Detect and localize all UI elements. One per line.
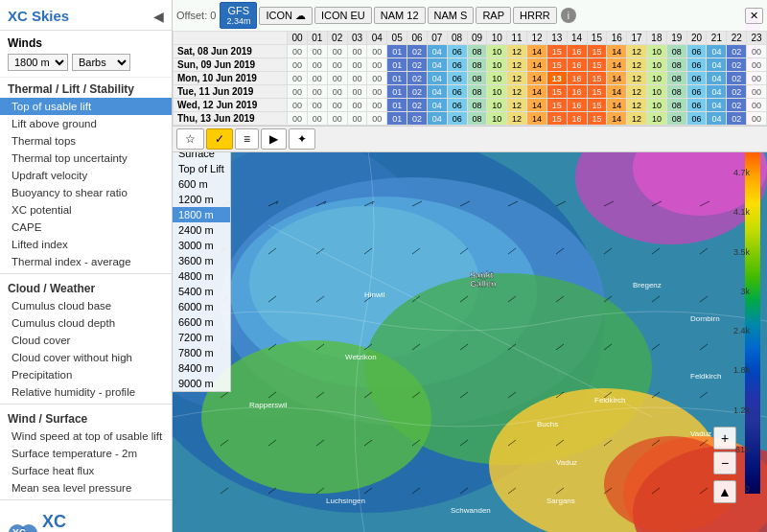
winds-altitude-select[interactable]: 1800 m 600 m 1200 m 2400 m 3000 m xyxy=(8,54,68,71)
hour-cell[interactable]: 14 xyxy=(607,99,627,112)
hour-cell[interactable]: 12 xyxy=(507,112,527,126)
hour-cell[interactable]: 14 xyxy=(527,112,547,126)
hour-cell[interactable]: 00 xyxy=(347,112,367,126)
sidebar-menu-item[interactable]: Relative humidity - profile xyxy=(0,383,172,401)
close-button[interactable]: ✕ xyxy=(745,8,763,24)
altitude-item[interactable]: 8400 m xyxy=(173,360,230,376)
hour-cell[interactable]: 14 xyxy=(527,85,547,99)
hour-cell[interactable]: 02 xyxy=(727,112,747,126)
hour-cell[interactable]: 15 xyxy=(587,112,607,126)
zoom-out-button[interactable]: − xyxy=(713,451,736,474)
hour-cell[interactable]: 10 xyxy=(487,112,507,126)
hour-cell[interactable]: 04 xyxy=(427,85,447,99)
sidebar-menu-item[interactable]: Cumulus cloud base xyxy=(0,297,172,314)
hour-cell[interactable]: 00 xyxy=(307,112,327,126)
sidebar-menu-item[interactable]: Surface heat flux xyxy=(0,462,172,479)
sidebar-menu-item[interactable]: Buoyancy to shear ratio xyxy=(0,184,172,201)
hour-cell[interactable]: 10 xyxy=(647,99,667,112)
hour-cell[interactable]: 06 xyxy=(447,45,467,58)
hour-cell[interactable]: 08 xyxy=(467,112,487,126)
hour-cell[interactable]: 00 xyxy=(747,58,767,72)
hour-cell[interactable]: 02 xyxy=(407,85,428,99)
hour-cell[interactable]: 00 xyxy=(327,85,347,99)
info-button[interactable]: i xyxy=(561,8,576,23)
hour-cell[interactable]: 00 xyxy=(367,45,387,58)
hour-cell[interactable]: 00 xyxy=(747,112,767,126)
hour-cell[interactable]: 12 xyxy=(507,85,527,99)
hour-cell[interactable]: 14 xyxy=(607,72,627,85)
hour-cell[interactable]: 04 xyxy=(427,112,447,126)
hour-cell[interactable]: 01 xyxy=(387,112,407,126)
hour-cell[interactable]: 02 xyxy=(727,72,747,85)
hour-cell[interactable]: 01 xyxy=(387,45,407,58)
altitude-item[interactable]: 2400 m xyxy=(173,222,230,238)
hour-cell[interactable]: 02 xyxy=(407,72,428,85)
altitude-item[interactable]: 7200 m xyxy=(173,330,230,345)
hour-cell[interactable]: 12 xyxy=(627,45,647,58)
altitude-item[interactable]: 7800 m xyxy=(173,345,230,360)
hour-cell[interactable]: 00 xyxy=(347,45,367,58)
hour-cell[interactable]: 01 xyxy=(387,99,407,112)
hour-cell[interactable]: 01 xyxy=(387,85,407,99)
hour-cell[interactable]: 00 xyxy=(347,58,367,72)
model-button[interactable]: NAM S xyxy=(428,7,475,24)
hour-cell[interactable]: 04 xyxy=(427,45,447,58)
hour-cell[interactable]: 16 xyxy=(567,72,587,85)
sidebar-collapse-button[interactable]: ◀ xyxy=(153,9,164,24)
model-button[interactable]: ICON ☁ xyxy=(259,7,313,25)
hour-cell[interactable]: 15 xyxy=(587,85,607,99)
hour-cell[interactable]: 00 xyxy=(288,72,308,85)
hour-cell[interactable]: 08 xyxy=(666,72,686,85)
hour-cell[interactable]: 06 xyxy=(447,58,467,72)
sidebar-menu-item[interactable]: Mean sea level pressure xyxy=(0,479,172,497)
date-table[interactable]: 0001020304050607080910111213141516171819… xyxy=(173,31,767,126)
sidebar-menu-item[interactable]: Surface temperature - 2m xyxy=(0,445,172,462)
hour-cell[interactable]: 02 xyxy=(727,99,747,112)
hour-cell[interactable]: 15 xyxy=(546,45,567,58)
hour-cell[interactable]: 00 xyxy=(347,72,367,85)
hour-cell[interactable]: 15 xyxy=(587,58,607,72)
hour-cell[interactable]: 06 xyxy=(686,99,707,112)
hour-cell[interactable]: 06 xyxy=(686,112,707,126)
hour-cell[interactable]: 08 xyxy=(666,45,686,58)
model-button[interactable]: RAP xyxy=(476,7,511,24)
hour-cell[interactable]: 00 xyxy=(288,99,308,112)
hour-cell[interactable]: 14 xyxy=(527,72,547,85)
altitude-item[interactable]: Top of Lift xyxy=(173,161,230,176)
hour-cell[interactable]: 14 xyxy=(527,99,547,112)
hour-cell[interactable]: 04 xyxy=(707,58,727,72)
hour-cell[interactable]: 08 xyxy=(467,72,487,85)
hour-cell[interactable]: 08 xyxy=(467,45,487,58)
hour-cell[interactable]: 00 xyxy=(327,72,347,85)
hour-cell[interactable]: 00 xyxy=(747,85,767,99)
hour-cell[interactable]: 02 xyxy=(407,112,428,126)
toolbar-button[interactable]: ☆ xyxy=(176,128,204,150)
sidebar-menu-item[interactable]: CAPE xyxy=(0,219,172,236)
hour-cell[interactable]: 15 xyxy=(587,72,607,85)
hour-cell[interactable]: 00 xyxy=(327,112,347,126)
sidebar-menu-item[interactable]: Wind speed at top of usable lift xyxy=(0,428,172,445)
hour-cell[interactable]: 02 xyxy=(727,45,747,58)
hour-cell[interactable]: 14 xyxy=(527,58,547,72)
sidebar-menu-item[interactable]: Top of usable lift xyxy=(0,98,172,115)
hour-cell[interactable]: 10 xyxy=(647,58,667,72)
sidebar-menu-item[interactable]: Thermal tops xyxy=(0,132,172,150)
altitude-item[interactable]: 9000 m xyxy=(173,376,230,391)
hour-cell[interactable]: 15 xyxy=(546,99,567,112)
hour-cell[interactable]: 12 xyxy=(507,99,527,112)
hour-cell[interactable]: 00 xyxy=(288,58,308,72)
hour-cell[interactable]: 00 xyxy=(347,85,367,99)
hour-cell[interactable]: 00 xyxy=(327,45,347,58)
hour-cell[interactable]: 12 xyxy=(507,72,527,85)
altitude-item[interactable]: 6600 m xyxy=(173,314,230,330)
hour-cell[interactable]: 10 xyxy=(647,112,667,126)
hour-cell[interactable]: 14 xyxy=(527,45,547,58)
hour-cell[interactable]: 00 xyxy=(307,85,327,99)
hour-cell[interactable]: 04 xyxy=(707,99,727,112)
hour-cell[interactable]: 00 xyxy=(747,45,767,58)
hour-cell[interactable]: 06 xyxy=(686,85,707,99)
hour-cell[interactable]: 00 xyxy=(367,85,387,99)
hour-cell[interactable]: 12 xyxy=(627,85,647,99)
sidebar-menu-item[interactable]: Cumulus cloud depth xyxy=(0,314,172,332)
hour-cell[interactable]: 06 xyxy=(447,99,467,112)
